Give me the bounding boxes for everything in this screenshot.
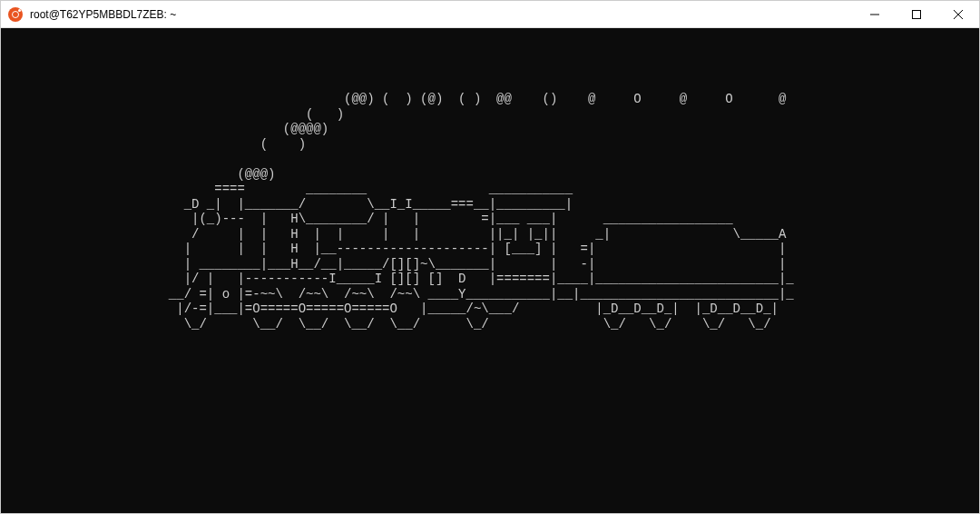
window-titlebar[interactable]: root@T62YP5MBBDL7ZEB: ~: [1, 1, 979, 28]
terminal-area[interactable]: (@@) ( ) (@) ( ) @@ () @ O @ O @ ( ) (@@…: [1, 28, 979, 513]
maximize-button[interactable]: [896, 1, 937, 27]
ubuntu-icon: [8, 7, 23, 22]
terminal-window: root@T62YP5MBBDL7ZEB: ~ (@@) ( ) (@) ( )…: [0, 0, 980, 514]
close-icon: [954, 10, 963, 19]
minimize-button[interactable]: [854, 1, 896, 27]
window-title: root@T62YP5MBBDL7ZEB: ~: [30, 8, 854, 21]
close-button[interactable]: [937, 1, 979, 27]
terminal-output: (@@) ( ) (@) ( ) @@ () @ O @ O @ ( ) (@@…: [1, 92, 794, 331]
minimize-icon: [870, 10, 879, 19]
maximize-icon: [912, 10, 921, 19]
svg-rect-1: [913, 10, 921, 18]
window-controls: [854, 1, 979, 27]
